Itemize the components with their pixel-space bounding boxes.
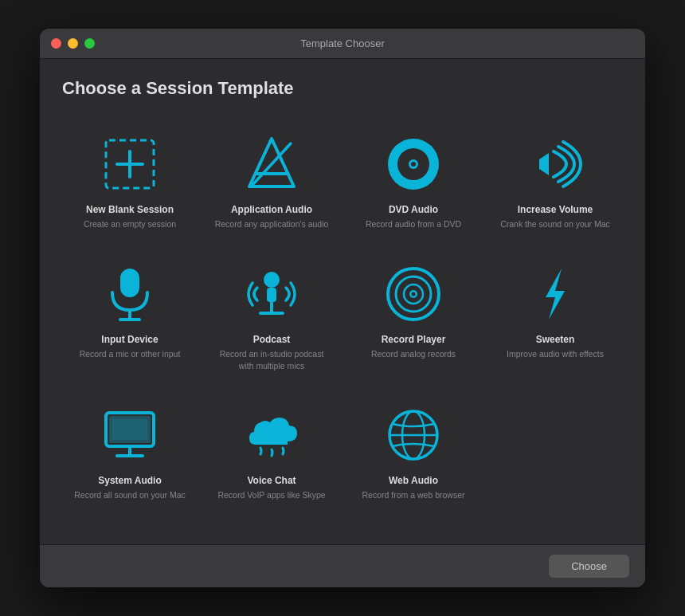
titlebar: Template Chooser [40,29,645,59]
template-title: DVD Audio [389,204,438,215]
svg-marker-11 [539,153,549,175]
svg-point-23 [412,292,416,296]
template-desc: Record from a web browser [362,489,465,501]
template-title: Podcast [253,334,291,345]
podcast-icon [240,262,303,326]
template-desc: Record audio from a DVD [366,218,461,230]
system-audio-icon [98,403,162,467]
template-desc: Record a mic or other input [80,348,181,360]
template-item-input-device[interactable]: Input Device Record a mic or other input [62,248,198,383]
template-title: New Blank Session [86,204,174,215]
maximize-button[interactable] [84,38,95,49]
template-item-new-blank[interactable]: New Blank Session Create an empty sessio… [62,118,198,241]
window-title: Template Chooser [300,37,385,49]
bottom-bar: Choose [40,544,645,587]
template-title: Voice Chat [247,475,296,486]
page-title: Choose a Session Template [62,78,623,99]
template-desc: Improve audio with effects [507,348,604,360]
web-audio-icon [382,403,445,467]
template-title: Input Device [101,334,158,345]
application-audio-icon [240,132,303,196]
template-item-web-audio[interactable]: Web Audio Record from a web browser [346,389,481,512]
voice-chat-icon [240,403,303,467]
svg-point-15 [264,272,280,288]
sweeten-icon [523,262,587,326]
template-item-system-audio[interactable]: System Audio Record all sound on your Ma… [62,389,198,512]
template-desc: Crank the sound on your Mac [500,218,610,230]
template-item-voice-chat[interactable]: Voice Chat Record VoIP apps like Skype [204,389,339,512]
template-item-increase-volume[interactable]: Increase Volume Crank the sound on your … [487,118,623,241]
svg-point-10 [411,162,416,167]
template-item-application-audio[interactable]: Application Audio Record any application… [204,118,339,241]
increase-volume-icon [523,132,587,196]
template-item-podcast[interactable]: Podcast Record an in-studio podcast with… [204,248,339,383]
svg-rect-16 [267,288,276,302]
template-desc: Record all sound on your Mac [74,489,186,501]
svg-rect-29 [112,419,147,440]
main-content: Choose a Session Template New Blank Sess… [40,59,645,544]
template-desc: Record any application's audio [215,218,329,230]
svg-marker-24 [546,269,565,320]
template-title: Sweeten [536,334,575,345]
template-item-dvd-audio[interactable]: DVD Audio Record audio from a DVD [346,118,481,241]
template-desc: Record an in-studio podcast with multipl… [212,348,331,371]
minimize-button[interactable] [68,38,78,49]
template-desc: Create an empty session [84,218,176,230]
input-device-icon [98,262,162,326]
record-player-icon [382,262,445,326]
template-item-sweeten[interactable]: Sweeten Improve audio with effects [487,248,623,383]
dvd-audio-icon [382,132,445,196]
choose-button[interactable]: Choose [549,555,629,578]
template-title: Application Audio [231,204,312,215]
window: Template Chooser Choose a Session Templa… [40,29,645,587]
template-title: Increase Volume [518,204,593,215]
close-button[interactable] [51,38,61,49]
traffic-lights [51,38,95,49]
template-title: System Audio [98,475,162,486]
new-blank-icon [98,132,162,196]
template-grid: New Blank Session Create an empty sessio… [62,118,623,512]
template-title: Web Audio [389,475,438,486]
template-desc: Record analog records [371,348,456,360]
template-item-record-player[interactable]: Record Player Record analog records [346,248,481,383]
svg-rect-12 [120,269,139,297]
template-desc: Record VoIP apps like Skype [217,489,325,501]
template-title: Record Player [382,334,446,345]
